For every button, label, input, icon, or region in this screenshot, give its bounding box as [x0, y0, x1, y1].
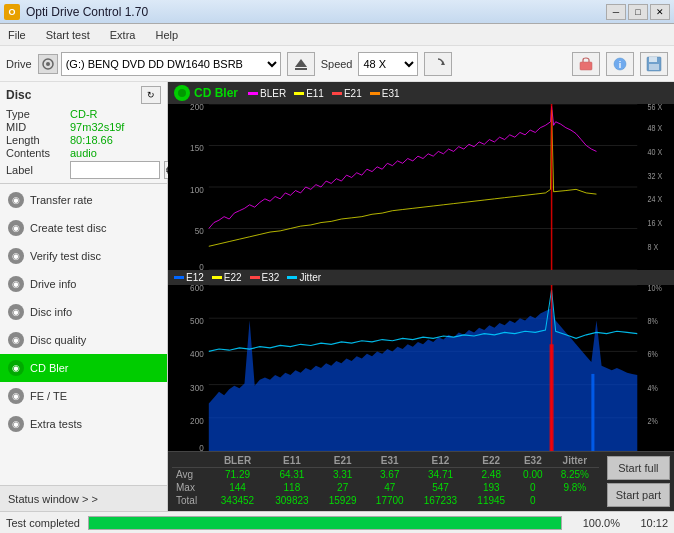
nav-disc-quality[interactable]: ◉ Disc quality [0, 326, 167, 354]
row-max-e11: 118 [265, 481, 319, 494]
legend-e21: E21 [332, 88, 362, 99]
app-icon: O [4, 4, 20, 20]
row-total-e12: 167233 [413, 494, 467, 507]
svg-text:4%: 4% [647, 383, 657, 393]
legend-e11: E11 [294, 88, 324, 99]
menu-file[interactable]: File [4, 27, 30, 43]
close-button[interactable]: ✕ [650, 4, 670, 20]
nav-transfer-rate-label: Transfer rate [30, 194, 93, 206]
menu-help[interactable]: Help [151, 27, 182, 43]
status-window-button[interactable]: Status window > > [0, 485, 167, 511]
chart1-title: CD Bler [194, 86, 238, 100]
mid-label: MID [6, 121, 66, 133]
label-input[interactable] [70, 161, 160, 179]
length-label: Length [6, 134, 66, 146]
row-avg-e11: 64.31 [265, 468, 319, 482]
row-total-bler: 343452 [210, 494, 264, 507]
legend-e12: E12 [174, 272, 204, 283]
nav-drive-info[interactable]: ◉ Drive info [0, 270, 167, 298]
erase-button[interactable] [572, 52, 600, 76]
maximize-button[interactable]: □ [628, 4, 648, 20]
svg-text:8 X: 8 X [647, 242, 658, 252]
type-value: CD-R [70, 108, 98, 120]
drive-icon [38, 54, 58, 74]
svg-text:10%: 10% [647, 285, 661, 293]
save-button[interactable] [640, 52, 668, 76]
speed-select[interactable]: 48 X [358, 52, 418, 76]
svg-text:32 X: 32 X [647, 171, 662, 181]
col-header-jitter: Jitter [551, 454, 599, 468]
cd-bler-icon: ◉ [8, 360, 24, 376]
svg-text:200: 200 [190, 415, 204, 426]
nav-create-test-disc[interactable]: ◉ Create test disc [0, 214, 167, 242]
action-buttons: Start full Start part [603, 452, 674, 511]
e32-dot [250, 276, 260, 279]
window-title: Opti Drive Control 1.70 [26, 5, 148, 19]
drive-label: Drive [6, 58, 32, 70]
col-header-e12: E12 [413, 454, 467, 468]
eject-button[interactable] [287, 52, 315, 76]
nav-verify-test-disc[interactable]: ◉ Verify test disc [0, 242, 167, 270]
drive-select[interactable]: (G:) BENQ DVD DD DW1640 BSRB [61, 52, 281, 76]
nav-transfer-rate[interactable]: ◉ Transfer rate [0, 186, 167, 214]
nav-disc-quality-label: Disc quality [30, 334, 86, 346]
svg-text:400: 400 [190, 349, 204, 360]
nav-verify-test-disc-label: Verify test disc [30, 250, 101, 262]
main-content: Disc ↻ Type CD-R MID 97m32s19f Length 80… [0, 82, 674, 511]
disc-refresh-button[interactable]: ↻ [141, 86, 161, 104]
e21-dot [332, 92, 342, 95]
nav-extra-tests-label: Extra tests [30, 418, 82, 430]
nav-cd-bler[interactable]: ◉ CD Bler [0, 354, 167, 382]
svg-marker-2 [295, 59, 307, 67]
contents-label: Contents [6, 147, 66, 159]
e31-label: E31 [382, 88, 400, 99]
row-max-jitter: 9.8% [551, 481, 599, 494]
row-avg-e22: 2.48 [468, 468, 515, 482]
progress-bar-container [88, 516, 562, 530]
jitter-label: Jitter [299, 272, 321, 283]
svg-text:i: i [619, 60, 622, 70]
row-max-e32: 0 [515, 481, 551, 494]
info-button[interactable]: i [606, 52, 634, 76]
bottom-row: BLER E11 E21 E31 E12 E22 E32 Jitter Avg [168, 451, 674, 511]
nav-items: ◉ Transfer rate ◉ Create test disc ◉ Ver… [0, 184, 167, 485]
svg-rect-5 [580, 62, 592, 70]
progress-percent: 100.0% [570, 517, 620, 529]
svg-text:600: 600 [190, 285, 204, 293]
menu-start-test[interactable]: Start test [42, 27, 94, 43]
e11-label: E11 [306, 88, 324, 99]
table-row: Avg 71.29 64.31 3.31 3.67 34.71 2.48 0.0… [172, 468, 599, 482]
col-header-e31: E31 [366, 454, 413, 468]
start-full-button[interactable]: Start full [607, 456, 670, 480]
toolbar: Drive (G:) BENQ DVD DD DW1640 BSRB Speed… [0, 46, 674, 82]
status-window-label: Status window > > [8, 493, 98, 505]
length-value: 80:18.66 [70, 134, 113, 146]
create-test-disc-icon: ◉ [8, 220, 24, 236]
row-avg-bler: 71.29 [210, 468, 264, 482]
svg-text:2%: 2% [647, 416, 657, 426]
legend-e22: E22 [212, 272, 242, 283]
row-avg-e31: 3.67 [366, 468, 413, 482]
nav-extra-tests[interactable]: ◉ Extra tests [0, 410, 167, 438]
row-total-e21: 15929 [319, 494, 366, 507]
col-header-e21: E21 [319, 454, 366, 468]
menu-extra[interactable]: Extra [106, 27, 140, 43]
svg-text:150: 150 [190, 143, 204, 154]
chart1-area: 200 150 100 50 0 0 10 20 30 40 50 60 70 … [168, 104, 674, 270]
legend-jitter: Jitter [287, 272, 321, 283]
bler-dot [248, 92, 258, 95]
row-total-e22: 11945 [468, 494, 515, 507]
nav-fe-te[interactable]: ◉ FE / TE [0, 382, 167, 410]
nav-disc-info[interactable]: ◉ Disc info [0, 298, 167, 326]
start-part-button[interactable]: Start part [607, 483, 670, 507]
svg-text:40 X: 40 X [647, 147, 662, 157]
refresh-button[interactable] [424, 52, 452, 76]
window-controls: ─ □ ✕ [606, 4, 670, 20]
svg-text:24 X: 24 X [647, 195, 662, 205]
type-label: Type [6, 108, 66, 120]
svg-text:500: 500 [190, 316, 204, 327]
minimize-button[interactable]: ─ [606, 4, 626, 20]
transfer-rate-icon: ◉ [8, 192, 24, 208]
nav-cd-bler-label: CD Bler [30, 362, 69, 374]
jitter-dot [287, 276, 297, 279]
